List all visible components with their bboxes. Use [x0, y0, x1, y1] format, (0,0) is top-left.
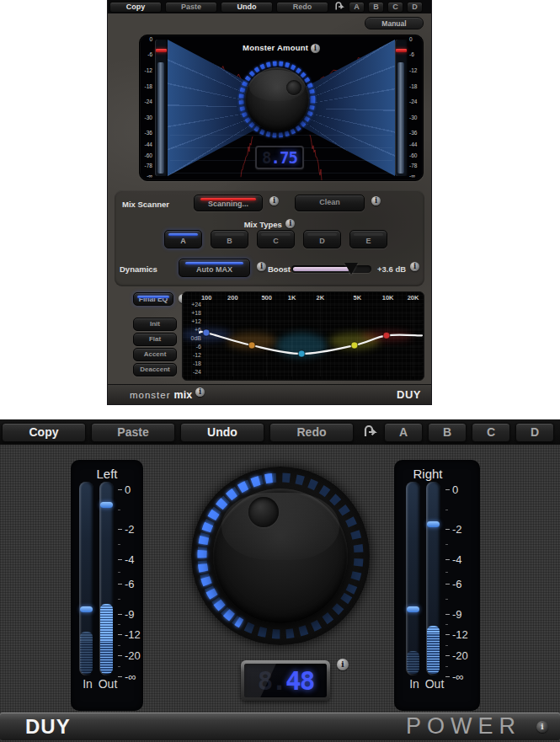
meter-scale-label: -24	[140, 99, 152, 104]
meter-scale-label: -∞	[140, 173, 152, 179]
scale-tick	[118, 655, 122, 656]
clean-button[interactable]: Clean	[295, 195, 365, 211]
brand-name: monster	[130, 390, 171, 400]
scale-tick	[118, 634, 122, 635]
main-display-screen: 0-6-12-18-24-30-36-44-60-78-∞ 0-6-12-18-…	[139, 35, 424, 181]
product-name: POWER	[406, 713, 521, 739]
eq-preset-flat-button[interactable]: Flat	[133, 333, 177, 346]
in-level-bar	[79, 482, 93, 675]
scale-minor-tick	[118, 510, 120, 510]
info-icon[interactable]: i	[285, 219, 295, 228]
copy-button[interactable]: Copy	[109, 2, 162, 13]
paste-button[interactable]: Paste	[165, 2, 217, 13]
redo-return-arrow-icon[interactable]	[359, 422, 379, 442]
meter-scale-label: 0	[140, 37, 152, 42]
boost-slider[interactable]	[291, 265, 371, 273]
monster-mix-plugin-window: CopyPasteUndoRedoABCD Manual 0-6-12-18-2…	[108, 0, 431, 404]
info-icon[interactable]: i	[536, 721, 548, 733]
boost-label: Boost	[268, 264, 291, 274]
undo-button[interactable]: Undo	[221, 2, 273, 13]
knob-body[interactable]	[245, 67, 309, 131]
mix-type-a-button[interactable]: A	[164, 230, 202, 248]
scale-label: -4	[452, 554, 462, 565]
info-icon[interactable]: i	[311, 44, 320, 53]
scale-label: -2	[125, 524, 135, 535]
meter-scale-label: -30	[409, 115, 422, 120]
info-icon[interactable]: i	[337, 659, 349, 670]
final-eq-button[interactable]: Final EQ	[133, 292, 173, 306]
preset-slot-c-button[interactable]: C	[387, 2, 403, 13]
scale-tick	[118, 584, 122, 585]
channel-title: Left	[71, 467, 143, 481]
dynamics-label: Dynamics	[120, 264, 157, 274]
preset-slot-d-button[interactable]: D	[515, 423, 554, 442]
right-channel-meter: Right0-2-4-6-9-12-20-∞InOut	[394, 460, 480, 711]
eq-band-handle[interactable]	[203, 329, 210, 336]
eq-preset-init-button[interactable]: Init	[133, 318, 177, 331]
plugin-footer: monster mix i DUY	[108, 384, 431, 404]
scanning-button[interactable]: Scanning...	[194, 195, 263, 211]
power-plugin-window: CopyPasteUndoRedoABCD Left0-2-4-6-9-12-2…	[0, 419, 560, 742]
scale-tick	[118, 489, 122, 490]
copy-button[interactable]: Copy	[2, 423, 86, 442]
monster-amount-readout: 8.75	[255, 146, 304, 169]
eq-preset-deaccent-button[interactable]: Deaccent	[133, 363, 177, 376]
meter-scale-label: -78	[140, 163, 152, 168]
mix-type-d-button[interactable]: D	[303, 230, 341, 248]
channel-title: Right	[394, 467, 461, 481]
mix-type-c-button[interactable]: C	[257, 230, 295, 248]
redo-return-arrow-icon[interactable]	[332, 1, 345, 13]
mix-type-e-button[interactable]: E	[349, 230, 387, 248]
duy-logo: DUY	[397, 388, 421, 401]
info-icon[interactable]: i	[195, 387, 205, 397]
mix-type-b-button[interactable]: B	[211, 230, 248, 248]
boost-slider-handle[interactable]	[344, 263, 358, 275]
redo-button[interactable]: Redo	[269, 423, 354, 442]
knob-body[interactable]	[213, 488, 348, 623]
final-eq-graph[interactable]: 1002005001K2K5K10K20K+24+18+12+60dB-6-12…	[182, 291, 424, 381]
redo-button[interactable]: Redo	[276, 2, 328, 13]
preset-slot-b-button[interactable]: B	[428, 423, 467, 442]
scale-label: -9	[125, 609, 135, 620]
mix-type-label: E	[365, 237, 371, 248]
eq-curve-plot	[183, 292, 425, 382]
eq-preset-accent-button[interactable]: Accent	[133, 348, 177, 361]
monster-amount-knob[interactable]	[237, 60, 317, 139]
eq-band-handle[interactable]	[351, 342, 358, 349]
meter-scale-label: -78	[409, 163, 422, 168]
info-icon[interactable]: i	[257, 262, 266, 271]
eq-preset-label: Deaccent	[140, 366, 170, 376]
scale-label: -∞	[125, 671, 136, 682]
scale-tick	[118, 559, 122, 560]
scanning-button-label: Scanning...	[208, 200, 248, 211]
info-icon[interactable]: i	[410, 262, 419, 271]
scale-minor-tick	[118, 599, 120, 600]
out-label: Out	[419, 677, 450, 691]
knob-position-dimple	[286, 80, 301, 95]
preset-slot-a-button[interactable]: A	[384, 423, 423, 442]
scale-minor-tick	[118, 544, 120, 545]
scale-minor-tick	[445, 544, 448, 545]
preset-slot-c-button[interactable]: C	[472, 423, 510, 442]
eq-band-handle[interactable]	[383, 332, 390, 339]
preset-slot-d-button[interactable]: D	[407, 2, 423, 13]
meter-scale-label: -24	[409, 99, 422, 104]
in-level-bar	[406, 482, 420, 675]
info-icon[interactable]: i	[371, 196, 381, 206]
scale-minor-tick	[118, 572, 120, 573]
paste-button[interactable]: Paste	[91, 423, 175, 442]
preset-slot-b-button[interactable]: B	[368, 2, 384, 13]
auto-max-button[interactable]: Auto MAX	[179, 259, 250, 277]
power-knob[interactable]	[191, 467, 370, 645]
eq-band-handle[interactable]	[248, 342, 255, 349]
power-readout: 8.48	[241, 660, 330, 701]
out-peak-indicator	[427, 521, 440, 527]
scale-label: -6	[452, 579, 462, 590]
manual-button[interactable]: Manual	[365, 17, 424, 29]
eq-band-handle[interactable]	[298, 350, 305, 357]
meter-scale-label: -12	[409, 68, 422, 73]
info-icon[interactable]: i	[269, 196, 279, 206]
undo-button[interactable]: Undo	[180, 423, 264, 442]
mix-type-label: A	[180, 237, 186, 248]
preset-slot-a-button[interactable]: A	[349, 2, 365, 13]
